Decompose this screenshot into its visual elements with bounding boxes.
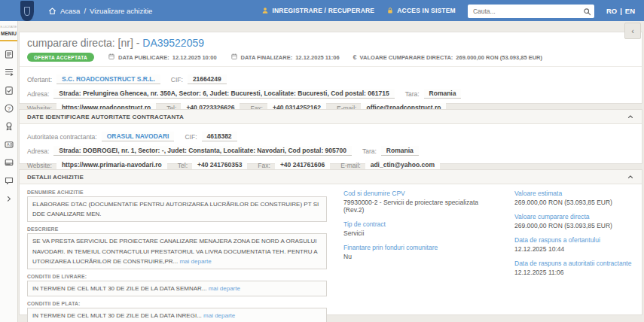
authority-country-label: Tara: bbox=[362, 147, 377, 155]
supplier-cif-label: CIF: bbox=[171, 76, 183, 84]
cpv-value: 79930000-2 - Servicii de proiectare spec… bbox=[343, 199, 498, 214]
cpv-item: Cod si denumire CPV 79930000-2 - Servici… bbox=[343, 190, 498, 214]
estimated-value-item: Valoare estimata 269.000,00 RON (53.093,… bbox=[514, 190, 634, 206]
details-panel: DETALII ACHIZITIE DENUMIRE ACHIZITIE ELA… bbox=[19, 169, 642, 315]
supplier-response-date: 12.12.2025 10:44 bbox=[514, 245, 634, 253]
finalize-date-label: DATA FINALIZARE: bbox=[241, 54, 293, 61]
language-switcher: RO | EN bbox=[606, 7, 635, 15]
sidebar-brand: E-LICITATIE bbox=[0, 21, 17, 29]
monitor-icon[interactable] bbox=[4, 157, 14, 168]
plata-label: CONDITII DE PLATA: bbox=[27, 301, 327, 306]
collapse-panel-button[interactable]: ‹ bbox=[624, 23, 641, 39]
livrare-text: IN TERMEN DE CEL MULT 30 DE ZILE DE LA D… bbox=[32, 285, 206, 292]
contract-type-value: Servicii bbox=[343, 229, 498, 237]
breadcrumb-current: Vizualizare achizitie bbox=[90, 7, 152, 15]
status-badge: OFERTA ACCEPTATA bbox=[27, 53, 94, 62]
system-access-link[interactable]: ACCES IN SISTEM bbox=[386, 7, 456, 14]
eu-funds-label: Finantare prin fonduri comunitare bbox=[343, 244, 498, 251]
authority-row-2: Adresa: Strada: DOBROGEI, nr. 1, Sector:… bbox=[27, 146, 634, 156]
left-sidebar: E-LICITATIE MENIU ? A bbox=[0, 21, 18, 322]
authority-name-link[interactable]: ORASUL NAVODARI bbox=[102, 132, 175, 141]
authority-section-title: DATE IDENTIFICARE AUTORITATE CONTRACTANT… bbox=[27, 114, 184, 120]
lang-en-button[interactable]: EN bbox=[625, 7, 635, 15]
eu-funds-value: Nu bbox=[343, 253, 498, 260]
authority-country-value: Romania bbox=[381, 146, 419, 156]
authority-response-label: Data de raspuns a autoritatii contractan… bbox=[514, 260, 634, 267]
plata-more-link[interactable]: mai departe bbox=[203, 312, 235, 319]
supplier-cif-value: 21664249 bbox=[188, 74, 227, 84]
supplier-row-2: Adresa: Strada: Prelungirea Ghencea, nr.… bbox=[27, 89, 634, 99]
details-section-title: DETALII ACHIZITIE bbox=[27, 174, 84, 181]
person-icon bbox=[261, 7, 269, 14]
search-box bbox=[468, 3, 594, 18]
authority-address-value: Strada: DOBROGEI, nr. 1, Sector: -, Jude… bbox=[53, 146, 352, 156]
authority-tel-label: Tel: bbox=[178, 162, 188, 169]
news-icon[interactable] bbox=[4, 49, 14, 59]
calendar-icon bbox=[230, 53, 238, 62]
authority-response-item: Data de raspuns a autoritatii contractan… bbox=[514, 260, 634, 276]
chevron-up-icon[interactable] bbox=[627, 113, 634, 120]
clipboard-check-icon[interactable] bbox=[4, 85, 14, 96]
text-field-icon[interactable]: A bbox=[4, 139, 14, 150]
search-input[interactable] bbox=[468, 5, 594, 18]
plata-box: IN TERMEN DE CEL MULT 30 DE ZILE DE LA D… bbox=[27, 308, 327, 322]
denumire-box: ELABORARE DTAC (DOCUMENTATIE PENTRU AUTO… bbox=[27, 196, 327, 222]
breadcrumb-home-link[interactable]: Acasa bbox=[60, 7, 80, 15]
authority-fax-label: Fax: bbox=[258, 162, 270, 169]
finalize-date: DATA FINALIZARE: 12.12.2025 11:06 bbox=[230, 53, 340, 62]
sidebar-menu-label: MENIU bbox=[0, 29, 17, 40]
authority-cif-value: 4618382 bbox=[202, 132, 237, 141]
authority-row-1: Autoritatea contractanta: ORASUL NAVODAR… bbox=[27, 132, 634, 141]
help-icon[interactable]: ? bbox=[4, 103, 14, 114]
breadcrumb-separator: / bbox=[84, 7, 86, 15]
finalize-date-value: 12.12.2025 11:06 bbox=[295, 54, 339, 61]
authority-website-label: Website: bbox=[27, 162, 52, 169]
purchase-value-label: VALOARE CUMPARARE DIRECTA: bbox=[360, 54, 453, 61]
authority-name-label: Autoritatea contractanta: bbox=[27, 133, 97, 141]
supplier-response-label: Data de raspuns a ofertantului bbox=[514, 236, 634, 244]
authority-email-label: E-mail: bbox=[340, 162, 360, 169]
publish-date: DATA PUBLICARE: 12.12.2025 10:00 bbox=[108, 53, 217, 62]
ofertant-name-link[interactable]: S.C. ROADCONSTRUCT S.R.L. bbox=[56, 74, 160, 84]
descriere-text: SE VA PRESTA SERVICIUL DE PROIECTARE CAN… bbox=[32, 238, 318, 264]
expand-chevron-icon[interactable] bbox=[4, 193, 14, 204]
direct-purchase-value-label: Valoare cumparare directa bbox=[514, 213, 634, 220]
authority-panel: DATE IDENTIFICARE AUTORITATE CONTRACTANT… bbox=[19, 109, 642, 164]
app-logo-shield-icon[interactable] bbox=[20, 1, 34, 21]
eu-funds-item: Finantare prin fonduri comunitare Nu bbox=[343, 244, 498, 260]
purchase-summary-panel: cumparare directa: [nr] - DA39522059 OFE… bbox=[19, 32, 642, 104]
details-section-header: DETALII ACHIZITIE bbox=[20, 170, 642, 184]
lang-ro-button[interactable]: RO bbox=[606, 7, 617, 15]
svg-text:A: A bbox=[7, 142, 10, 147]
chat-icon[interactable] bbox=[4, 175, 14, 186]
purchase-value-amount: 269.000,00 RON (53.093,85 EUR) bbox=[456, 54, 542, 61]
livrare-box: IN TERMEN DE CEL MULT 30 DE ZILE DE LA D… bbox=[27, 281, 327, 296]
publish-date-value: 12.12.2025 10:00 bbox=[172, 54, 217, 61]
authority-info: Autoritatea contractanta: ORASUL NAVODAR… bbox=[20, 124, 642, 176]
details-middle-column: Cod si denumire CPV 79930000-2 - Servici… bbox=[343, 187, 498, 322]
details-left-column: DENUMIRE ACHIZITIE ELABORARE DTAC (DOCUM… bbox=[27, 187, 327, 322]
lock-icon bbox=[386, 7, 394, 14]
search-icon[interactable] bbox=[583, 5, 591, 19]
livrare-label: CONDITII DE LIVRARE: bbox=[27, 274, 327, 279]
top-bar: Acasa / Vizualizare achizitie INREGISTRA… bbox=[0, 0, 644, 21]
page-title-prefix: cumparare directa: [nr] - bbox=[27, 37, 142, 49]
breadcrumb: Acasa / Vizualizare achizitie bbox=[48, 7, 152, 15]
register-recover-link[interactable]: INREGISTRARE / RECUPERARE bbox=[261, 7, 374, 14]
plata-text: IN TERMEN DE CEL MULT 30 DE ZILE DE LA D… bbox=[32, 312, 202, 319]
details-right-column: Valoare estimata 269.000,00 RON (53.093,… bbox=[514, 187, 634, 322]
descriere-more-link[interactable]: mai departe bbox=[179, 258, 211, 265]
purchase-id-link[interactable]: DA39522059 bbox=[142, 37, 204, 49]
livrare-more-link[interactable]: mai departe bbox=[209, 285, 240, 292]
list-menu-icon[interactable] bbox=[4, 67, 14, 77]
estimated-value: 269.000,00 RON (53.093,85 EUR) bbox=[514, 199, 634, 206]
award-icon[interactable] bbox=[4, 121, 14, 132]
home-icon bbox=[48, 7, 56, 15]
contract-type-label: Tip de contract bbox=[343, 220, 498, 228]
lang-separator: | bbox=[620, 7, 622, 15]
supplier-row-1: Ofertant: S.C. ROADCONSTRUCT S.R.L. CIF:… bbox=[27, 74, 634, 84]
chevron-up-icon[interactable] bbox=[627, 173, 634, 181]
supplier-address-label: Adresa: bbox=[27, 90, 49, 98]
details-body: DENUMIRE ACHIZITIE ELABORARE DTAC (DOCUM… bbox=[20, 184, 642, 322]
supplier-address-value: Strada: Prelungirea Ghencea, nr. 350A, S… bbox=[53, 89, 394, 99]
